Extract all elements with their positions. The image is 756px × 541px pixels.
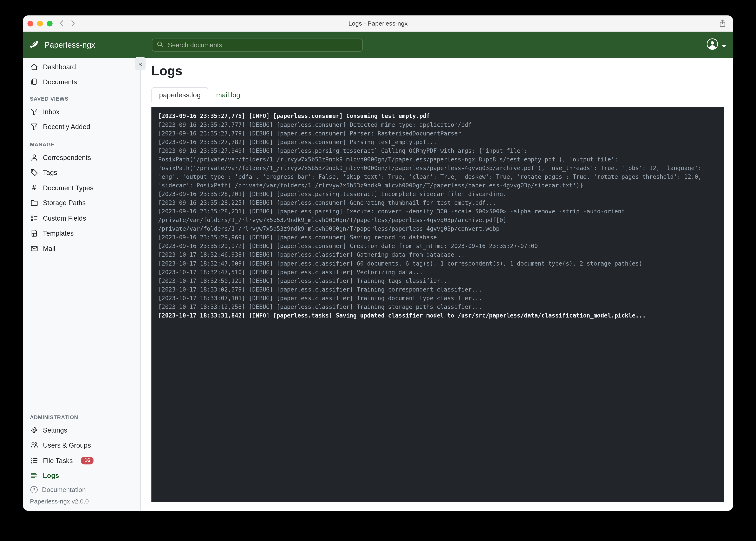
sidebar-item-label: File Tasks: [43, 457, 73, 464]
search-icon: [157, 41, 163, 49]
log-line: [2023-10-17 18:33:02,379] [DEBUG] [paper…: [158, 285, 717, 294]
sidebar-item-inbox[interactable]: Inbox: [23, 104, 140, 119]
log-line: [2023-09-16 23:35:29,969] [DEBUG] [paper…: [158, 233, 717, 242]
sidebar-item-label: Custom Fields: [43, 214, 86, 222]
window-title: Logs - Paperless-ngx: [23, 15, 733, 31]
app-body: DashboardDocumentsSAVED VIEWSInboxRecent…: [23, 58, 733, 511]
log-line: [2023-09-16 23:35:29,972] [DEBUG] [paper…: [158, 242, 717, 251]
sidebar-item-label: Recently Added: [43, 123, 90, 131]
sidebar-item-templates[interactable]: Templates: [23, 226, 140, 241]
gear-icon: [30, 426, 38, 434]
sidebar-item-label: Dashboard: [43, 63, 76, 71]
sidebar-item-label: Mail: [43, 245, 55, 252]
list-task-icon: [30, 456, 38, 464]
log-console[interactable]: [2023-09-16 23:35:27,775] [INFO] [paperl…: [151, 107, 724, 502]
app-navbar: Paperless-ngx: [23, 32, 733, 58]
tab-paperless-log[interactable]: paperless.log: [151, 87, 208, 102]
sidebar-item-label: Document Types: [43, 184, 93, 192]
collapse-sidebar-button[interactable]: «: [135, 57, 145, 70]
ui-radios-icon: [30, 214, 38, 222]
documentation-link[interactable]: ?Documentation: [23, 483, 140, 496]
sidebar-item-users-groups[interactable]: Users & Groups: [23, 438, 140, 453]
people-icon: [30, 441, 38, 449]
sidebar-item-correspondents[interactable]: Correspondents: [23, 150, 140, 165]
funnel-icon: [30, 108, 38, 116]
sidebar-item-custom-fields[interactable]: Custom Fields: [23, 211, 140, 226]
sidebar-heading-manage: MANAGE: [30, 142, 133, 148]
sidebar-item-tags[interactable]: Tags: [23, 165, 140, 180]
sidebar-item-label: Templates: [43, 230, 74, 237]
titlebar: Logs - Paperless-ngx: [23, 15, 733, 32]
sidebar-item-label: Storage Paths: [43, 199, 86, 207]
app-window: Logs - Paperless-ngx Paperless-ngx: [23, 15, 733, 511]
sidebar-item-label: Settings: [43, 426, 67, 434]
log-line: [2023-10-17 18:33:12,258] [DEBUG] [paper…: [158, 302, 717, 311]
log-line: [2023-10-17 18:32:50,129] [DEBUG] [paper…: [158, 276, 717, 285]
sidebar-item-label: Correspondents: [43, 154, 91, 161]
share-icon[interactable]: [719, 15, 726, 31]
folder-icon: [30, 199, 38, 207]
main-content: Logs paperless.logmail.log [2023-09-16 2…: [141, 58, 733, 511]
sidebar-item-label: Inbox: [43, 108, 59, 116]
sidebar-item-label: Logs: [43, 472, 59, 479]
log-line: [2023-09-16 23:35:27,777] [DEBUG] [paper…: [158, 120, 717, 129]
person-circle-icon: [706, 38, 718, 52]
global-search: [152, 39, 363, 52]
log-line: [2023-10-17 18:32:46,938] [DEBUG] [paper…: [158, 251, 717, 259]
log-line: [2023-09-16 23:35:28,201] [DEBUG] [paper…: [158, 190, 717, 199]
documents-icon: [30, 78, 38, 86]
app-version: Paperless-ngx v2.0.0: [23, 496, 140, 505]
log-line: [2023-09-16 23:35:27,779] [DEBUG] [paper…: [158, 129, 717, 138]
caret-down-icon: [722, 41, 726, 49]
sidebar-item-storage-paths[interactable]: Storage Paths: [23, 196, 140, 211]
log-line: [2023-09-16 23:35:27,782] [DEBUG] [paper…: [158, 138, 717, 146]
funnel-icon: [30, 123, 38, 131]
log-line: [2023-10-17 18:32:47,510] [DEBUG] [paper…: [158, 268, 717, 276]
sidebar-item-settings[interactable]: Settings: [23, 422, 140, 438]
sidebar-heading-saved-views: SAVED VIEWS: [30, 96, 133, 102]
sidebar-item-documents[interactable]: Documents: [23, 74, 140, 90]
sidebar-item-mail[interactable]: Mail: [23, 241, 140, 256]
desktop: Logs - Paperless-ngx Paperless-ngx: [0, 0, 756, 541]
brand[interactable]: Paperless-ngx: [30, 39, 95, 51]
file-ruled-icon: [30, 229, 38, 238]
body-text-icon: [30, 471, 38, 480]
log-line: [2023-10-17 18:33:07,101] [DEBUG] [paper…: [158, 294, 717, 302]
envelope-icon: [30, 244, 38, 253]
log-line: [2023-09-16 23:35:28,231] [DEBUG] [paper…: [158, 207, 717, 233]
sidebar-item-logs[interactable]: Logs: [23, 468, 140, 483]
sidebar-spacer: [23, 256, 140, 407]
sidebar-item-recently-added[interactable]: Recently Added: [23, 119, 140, 135]
chevron-double-left-icon: «: [139, 60, 142, 67]
log-tabs: paperless.logmail.log: [151, 87, 724, 102]
brand-label: Paperless-ngx: [44, 40, 95, 50]
sidebar-item-label: Users & Groups: [43, 441, 91, 449]
file-tasks-count-badge: 16: [81, 457, 94, 464]
log-line: [2023-10-17 18:32:47,009] [DEBUG] [paper…: [158, 259, 717, 268]
sidebar-item-file-tasks[interactable]: File Tasks16: [23, 453, 140, 468]
documentation-label: Documentation: [42, 486, 86, 493]
user-menu[interactable]: [706, 32, 726, 58]
sidebar-item-document-types[interactable]: #Document Types: [23, 180, 140, 196]
sidebar-item-label: Tags: [43, 169, 57, 176]
log-line: [2023-09-16 23:35:28,225] [DEBUG] [paper…: [158, 199, 717, 207]
log-line: [2023-10-17 18:33:31,842] [INFO] [paperl…: [158, 311, 717, 320]
tab-mail-log[interactable]: mail.log: [208, 87, 248, 102]
tag-icon: [30, 169, 38, 177]
sidebar-item-label: Documents: [43, 78, 77, 86]
sidebar-footer: ?DocumentationPaperless-ngx v2.0.0: [23, 483, 140, 511]
hash-icon: #: [30, 184, 38, 192]
log-line: [2023-09-16 23:35:27,949] [DEBUG] [paper…: [158, 146, 717, 190]
log-line: [2023-09-16 23:35:27,775] [INFO] [paperl…: [158, 112, 717, 120]
sidebar: DashboardDocumentsSAVED VIEWSInboxRecent…: [23, 58, 141, 511]
leaf-logo-icon: [30, 39, 40, 51]
question-circle-icon: ?: [30, 486, 38, 493]
sidebar-heading-administration: ADMINISTRATION: [30, 414, 133, 420]
person-icon: [30, 153, 38, 162]
sidebar-item-dashboard[interactable]: Dashboard: [23, 59, 140, 74]
page-title: Logs: [151, 63, 733, 79]
home-icon: [30, 63, 38, 71]
search-input[interactable]: [167, 41, 358, 49]
